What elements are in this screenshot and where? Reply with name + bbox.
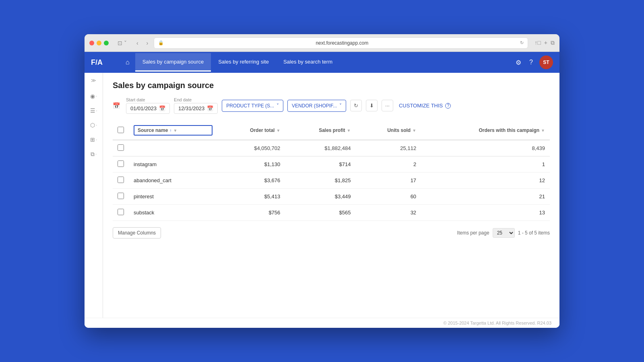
calendar-icon: 📅 (113, 102, 120, 109)
export-button[interactable]: ⬇ (366, 100, 378, 111)
orders-label: Orders with this campaign (479, 128, 539, 133)
page-title: Sales by campaign source (113, 81, 550, 90)
table-row: instagram $1,130 $714 2 1 (113, 156, 550, 173)
date-group: Start date 01/01/2023 📅 End date 12/31/2… (126, 97, 218, 114)
sidebar-item-analytics[interactable]: ◉ › (86, 90, 101, 103)
help-icon[interactable]: ? (528, 57, 535, 68)
product-type-filter[interactable]: PRODUCT TYPE (S... ˅ (222, 100, 283, 112)
select-all-th (113, 121, 129, 140)
start-date-label: Start date (126, 97, 170, 102)
data-table: Source name ↑ ▼ Order total ▼ (113, 121, 550, 221)
row-source-0: instagram (129, 156, 217, 173)
row-select-cell-1 (113, 173, 129, 189)
share-icon[interactable]: ↑□ (535, 39, 541, 46)
row-units-3: 32 (355, 205, 421, 221)
row-checkbox-1[interactable] (118, 177, 124, 183)
reload-icon[interactable]: ↻ (520, 40, 524, 45)
order-total-filter-icon[interactable]: ▼ (276, 128, 280, 133)
back-button[interactable]: ‹ (134, 38, 141, 48)
chevron-down-icon: ˅ (277, 103, 279, 109)
start-date-field: Start date 01/01/2023 📅 (126, 97, 170, 114)
row-profit-3: $565 (285, 205, 355, 221)
nav-right-area: ⚙ ? ST (514, 56, 553, 69)
row-orders-1: 12 (421, 173, 550, 189)
sidebar-collapse-button[interactable]: ≫ (89, 76, 98, 85)
row-order-1: $3,676 (217, 173, 285, 189)
manage-columns-button[interactable]: Manage Columns (113, 227, 161, 239)
customize-button[interactable]: CUSTOMIZE THIS ? (399, 103, 451, 109)
new-tab-icon[interactable]: + (544, 39, 547, 46)
tab-search[interactable]: Sales by search term (276, 53, 340, 72)
row-order-2: $5,413 (217, 189, 285, 205)
th-sales-profit: Sales profit ▼ (285, 121, 355, 140)
close-dot[interactable] (89, 41, 94, 45)
sales-profit-header: Sales profit ▼ (290, 128, 351, 133)
total-row-checkbox[interactable] (118, 144, 124, 151)
avatar[interactable]: ST (539, 56, 553, 69)
browser-action-icons: ↑□ + ⧉ (535, 39, 555, 46)
filters-row: 📅 Start date 01/01/2023 📅 End date (113, 97, 550, 114)
row-checkbox-2[interactable] (118, 193, 124, 199)
customize-label: CUSTOMIZE THIS (399, 103, 443, 109)
source-name-header[interactable]: Source name ↑ ▼ (134, 125, 213, 136)
table-total-row: $4,050,702 $1,882,484 25,112 8,439 (113, 140, 550, 156)
th-source: Source name ↑ ▼ (129, 121, 217, 140)
row-orders-0: 1 (421, 156, 550, 173)
source-name-label: Source name (138, 128, 168, 133)
row-source-3: substack (129, 205, 217, 221)
tab-campaign[interactable]: Sales by campaign source (135, 53, 211, 72)
browser-toolbar: ⊡ ˅ ‹ › 🔒 next.forecastingapp.com ↻ ↑□ +… (85, 34, 559, 52)
row-profit-0: $714 (285, 156, 355, 173)
total-orders-cell: 8,439 (421, 140, 550, 156)
tab-referring[interactable]: Sales by referring site (211, 53, 276, 72)
row-checkbox-3[interactable] (118, 209, 124, 215)
row-select-cell-0 (113, 156, 129, 173)
sidebar-item-products[interactable]: ⬡ › (86, 119, 101, 132)
expand-arrow-reports: › (96, 109, 97, 113)
orders-header: Orders with this campaign ▼ (426, 128, 545, 133)
sidebar-item-reports[interactable]: ☰ › (86, 104, 101, 117)
per-page-select[interactable]: 25 50 100 (493, 228, 515, 238)
expand-arrow-products: › (96, 123, 97, 127)
url-text: next.forecastingapp.com (166, 40, 518, 46)
end-date-field: End date 12/31/2023 📅 (174, 97, 218, 114)
expand-arrow-analytics: › (96, 95, 97, 98)
sidebar-item-grid[interactable]: ⊞ › (86, 133, 101, 146)
sidebar: ≫ ◉ › ☰ › ⬡ › ⊞ › ⧉ (85, 73, 103, 318)
row-checkbox-0[interactable] (118, 160, 124, 167)
orders-filter-icon[interactable]: ▼ (541, 128, 545, 133)
settings-icon[interactable]: ⚙ (514, 57, 523, 68)
source-filter-icon[interactable]: ▼ (173, 128, 177, 133)
minimize-dot[interactable] (97, 41, 101, 45)
sort-up-icon[interactable]: ↑ (169, 128, 171, 133)
app-container: F/A ⌂ Sales by campaign source Sales by … (85, 52, 559, 328)
top-navigation: F/A ⌂ Sales by campaign source Sales by … (85, 52, 559, 73)
maximize-dot[interactable] (104, 41, 109, 45)
url-bar[interactable]: 🔒 next.forecastingapp.com ↻ (154, 37, 528, 49)
vendor-label: VENDOR (SHOPIF... (292, 103, 337, 109)
expand-arrow-grid: › (96, 138, 97, 142)
home-button[interactable]: ⌂ (122, 56, 134, 68)
sales-profit-filter-icon[interactable]: ▼ (347, 128, 351, 133)
lock-icon: 🔒 (158, 40, 164, 45)
end-date-input[interactable]: 12/31/2023 📅 (174, 103, 218, 114)
row-units-1: 17 (355, 173, 421, 189)
units-sold-filter-icon[interactable]: ▼ (412, 128, 416, 133)
row-select-cell-2 (113, 189, 129, 205)
pagination-text: 1 - 5 of 5 items (518, 230, 550, 236)
app-footer: © 2015-2024 Targetta Ltd. All Rights Res… (85, 318, 559, 328)
row-select-cell-3 (113, 205, 129, 221)
pagination-info: Items per page 25 50 100 1 - 5 of 5 item… (457, 228, 550, 238)
sidebar-item-docs[interactable]: ⧉ › (86, 148, 101, 160)
nav-tab-list: Sales by campaign source Sales by referr… (135, 53, 514, 72)
select-all-checkbox[interactable] (118, 127, 124, 133)
vendor-filter[interactable]: VENDOR (SHOPIF... ˅ (287, 100, 346, 112)
more-options-button[interactable]: ··· (382, 100, 393, 111)
refresh-button[interactable]: ↻ (350, 100, 362, 111)
tabs-icon[interactable]: ⧉ (551, 39, 555, 46)
start-date-input[interactable]: 01/01/2023 📅 (126, 103, 170, 114)
forward-button[interactable]: › (144, 38, 151, 48)
window-controls (89, 41, 109, 45)
sidebar-toggle-btn[interactable]: ⊡ ˅ (115, 38, 129, 48)
table-row: pinterest $5,413 $3,449 60 21 (113, 189, 550, 205)
